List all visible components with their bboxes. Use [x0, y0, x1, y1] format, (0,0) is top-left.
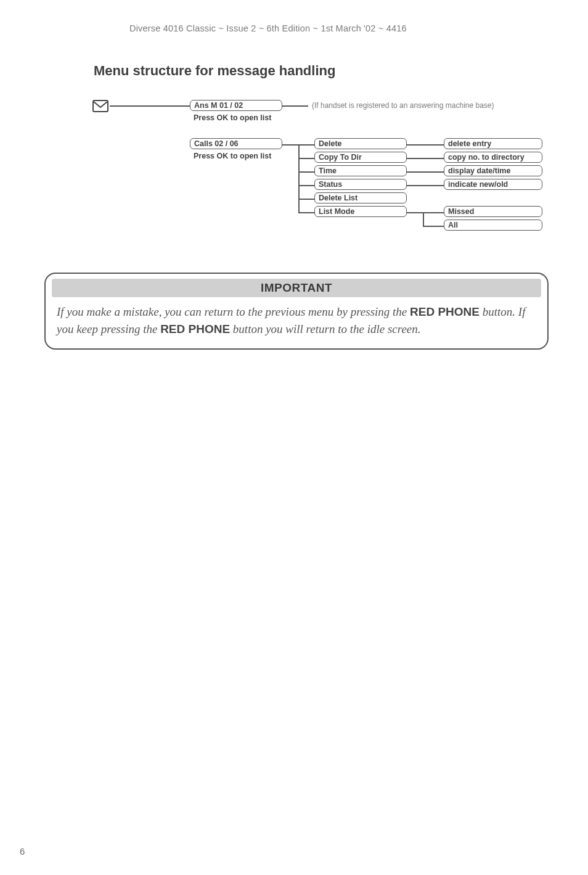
- callout-bold-2: RED PHONE: [160, 322, 230, 335]
- node-delete-list: Delete List: [314, 192, 407, 203]
- connector-line: [423, 212, 444, 213]
- connector-line: [298, 185, 314, 186]
- node-ans-sub: Press OK to open list: [194, 113, 271, 122]
- connector-line: [423, 212, 424, 226]
- callout-body: If you make a mistake, you can return to…: [46, 303, 547, 337]
- connector-line: [298, 144, 300, 212]
- callout-title: IMPORTANT: [261, 281, 332, 294]
- node-delete-entry: delete entry: [444, 138, 542, 149]
- header-line: Diverse 4016 Classic ~ Issue 2 ~ 6th Edi…: [129, 23, 551, 33]
- node-delete: Delete: [314, 138, 407, 149]
- svg-rect-0: [93, 101, 108, 112]
- node-all: All: [444, 220, 542, 231]
- menu-diagram: Ans M 01 / 02 Press OK to open list (If …: [51, 100, 551, 260]
- connector-line: [298, 212, 314, 213]
- node-display-dt: display date/time: [444, 165, 542, 176]
- node-list-mode: List Mode: [314, 206, 407, 217]
- connector-line: [407, 144, 444, 146]
- section-title: Menu structure for message handling: [94, 63, 551, 79]
- important-callout: IMPORTANT If you make a mistake, you can…: [44, 273, 549, 350]
- connector-line: [407, 185, 444, 186]
- node-time: Time: [314, 165, 407, 176]
- callout-text-3: button you will return to the idle scree…: [230, 322, 420, 335]
- connector-line: [298, 171, 314, 173]
- node-calls-sub: Press OK to open list: [194, 152, 271, 160]
- node-ans: Ans M 01 / 02: [190, 100, 282, 111]
- connector-line: [423, 226, 444, 227]
- connector-line: [298, 158, 314, 159]
- node-status: Status: [314, 179, 407, 190]
- connector-line: [110, 105, 190, 107]
- connector-line: [282, 105, 308, 107]
- connector-line: [407, 212, 423, 213]
- node-copy: Copy To Dir: [314, 152, 407, 163]
- page-number: 6: [20, 846, 25, 857]
- node-calls: Calls 02 / 06: [190, 138, 282, 149]
- document-page: Diverse 4016 Classic ~ Issue 2 ~ 6th Edi…: [0, 0, 588, 875]
- node-missed: Missed: [444, 206, 542, 217]
- connector-line: [298, 199, 314, 200]
- callout-title-bar: IMPORTANT: [52, 279, 541, 297]
- connector-line: [407, 158, 444, 159]
- node-copy-dir: copy no. to directory: [444, 152, 542, 163]
- node-indicate: indicate new/old: [444, 179, 542, 190]
- connector-line: [298, 144, 314, 146]
- callout-bold-1: RED PHONE: [410, 305, 480, 318]
- connector-line: [282, 144, 298, 146]
- connector-line: [407, 171, 444, 173]
- callout-text-1: If you make a mistake, you can return to…: [57, 305, 410, 318]
- mail-icon: [92, 100, 108, 115]
- node-ans-note: (If handset is registered to an answerin…: [312, 101, 494, 110]
